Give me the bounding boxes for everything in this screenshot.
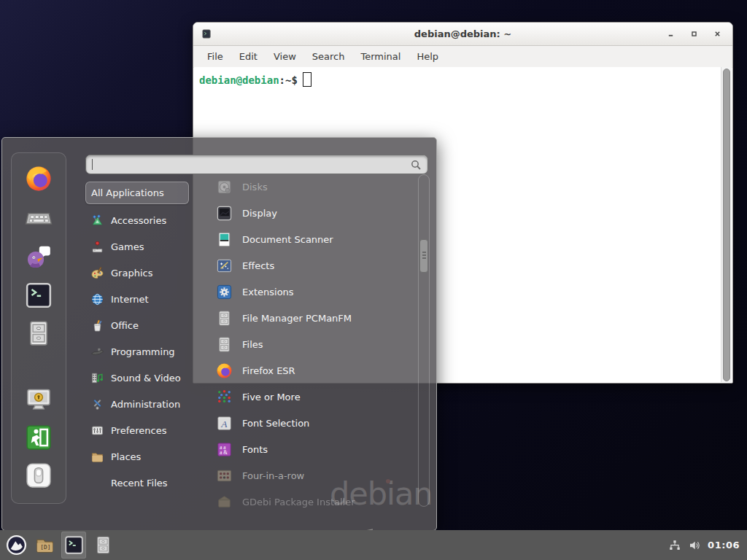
menu-search-box[interactable] xyxy=(85,155,428,174)
cabinet-icon xyxy=(216,336,233,353)
category-label: Graphics xyxy=(111,268,152,279)
category-office[interactable]: Office xyxy=(85,312,189,338)
app-label: Five or More xyxy=(242,392,301,402)
app-item-five-or-more[interactable]: Five or More xyxy=(193,384,417,410)
app-item-gdebi-package-installer[interactable]: GDebi Package Installer xyxy=(193,489,417,509)
pidgin-icon xyxy=(25,243,53,271)
desktop: { "desktop": { "watermark_text": "debian… xyxy=(0,0,747,560)
app-item-fonts[interactable]: a aa &Fonts xyxy=(193,436,417,462)
category-accessories[interactable]: Accessories xyxy=(85,207,189,233)
cat-preferences-icon xyxy=(90,424,104,438)
terminal-menu-file[interactable]: File xyxy=(199,51,231,62)
app-label: Font Selection xyxy=(242,418,309,429)
terminal-menu-terminal[interactable]: Terminal xyxy=(352,51,409,62)
search-icon xyxy=(410,159,422,171)
app-gdebi-icon xyxy=(216,494,233,510)
taskbar-launcher-file-manager[interactable]: [D] xyxy=(32,532,57,559)
app-label: Four-in-a-row xyxy=(242,470,304,481)
app-item-file-manager-pcmanfm[interactable]: File Manager PCManFM xyxy=(193,305,417,331)
terminal-menu-edit[interactable]: Edit xyxy=(231,51,266,62)
category-label: Games xyxy=(111,241,144,252)
app-item-document-scanner[interactable]: Document Scanner xyxy=(193,226,417,252)
category-label: Sound & Video xyxy=(111,373,181,384)
app-label: Files xyxy=(242,339,263,350)
terminal-window-icon xyxy=(202,29,212,39)
app-label: GDebi Package Installer xyxy=(242,497,355,508)
terminal-menu-search[interactable]: Search xyxy=(304,51,353,62)
app-item-four-in-a-row[interactable]: Four-in-a-row xyxy=(193,462,417,489)
keyboard-icon xyxy=(25,204,53,232)
category-games[interactable]: Games xyxy=(85,233,189,260)
favorite-lock-screen[interactable] xyxy=(25,386,53,413)
taskbar-menu-button[interactable] xyxy=(5,534,28,556)
lock-screen-icon xyxy=(25,386,53,413)
cat-places-icon xyxy=(90,450,104,464)
terminal-scrollbar-thumb[interactable] xyxy=(723,69,730,381)
volume-icon[interactable] xyxy=(688,539,701,552)
cat-games-icon xyxy=(90,240,104,254)
favorite-terminal[interactable] xyxy=(25,281,53,309)
close-button[interactable] xyxy=(711,28,724,40)
log-out-icon xyxy=(25,424,53,451)
favorite-shut-down[interactable] xyxy=(25,462,53,489)
cat-office-icon xyxy=(90,319,104,332)
network-icon[interactable] xyxy=(668,539,681,552)
taskbar-launcher-terminal[interactable] xyxy=(61,532,86,559)
maximize-button[interactable] xyxy=(688,28,700,40)
window-buttons xyxy=(665,23,724,45)
terminal-titlebar[interactable]: debian@debian: ~ xyxy=(193,23,732,46)
category-sound-video[interactable]: Sound & Video xyxy=(85,365,189,391)
minimize-button[interactable] xyxy=(665,28,677,40)
svg-text:[D]: [D] xyxy=(40,544,50,551)
prompt-suffix: :~$ xyxy=(279,74,298,86)
search-input[interactable] xyxy=(93,159,410,170)
app-item-font-selection[interactable]: AFont Selection xyxy=(193,410,417,436)
app-item-disks[interactable]: Disks xyxy=(193,174,417,200)
terminal-menubar: FileEditViewSearchTerminalHelp xyxy=(193,46,732,68)
favorite-file-manager[interactable] xyxy=(25,319,53,347)
category-graphics[interactable]: Graphics xyxy=(85,260,189,286)
favorite-firefox[interactable] xyxy=(25,165,53,192)
category-label: Programming xyxy=(111,346,175,357)
category-all-applications[interactable]: All Applications xyxy=(85,182,189,204)
application-list-scrollbar[interactable] xyxy=(418,174,430,507)
taskbar-launcher-files[interactable] xyxy=(90,532,115,559)
application-list-scrollbar-thumb[interactable] xyxy=(419,239,428,273)
app-item-effects[interactable]: Effects xyxy=(193,252,417,279)
terminal-app-icon xyxy=(25,281,53,309)
app-label: Document Scanner xyxy=(242,234,333,245)
category-administration[interactable]: Administration xyxy=(85,391,189,417)
app-five-or-more-icon xyxy=(216,389,233,405)
category-recent-files[interactable]: Recent Files xyxy=(85,470,189,496)
terminal-window-title: debian@debian: ~ xyxy=(414,28,511,39)
app-effects-icon xyxy=(216,257,233,274)
application-menu: All ApplicationsAccessoriesGamesGraphics… xyxy=(1,137,437,531)
category-list: All ApplicationsAccessoriesGamesGraphics… xyxy=(85,181,189,496)
app-fonts-icon: a aa & xyxy=(216,441,233,458)
terminal-menu-view[interactable]: View xyxy=(266,51,304,62)
category-programming[interactable]: Programming xyxy=(85,338,189,365)
cat-sound-video-icon xyxy=(90,371,104,385)
category-label: Preferences xyxy=(111,425,166,436)
favorite-pidgin[interactable] xyxy=(25,243,53,271)
app-item-files[interactable]: Files xyxy=(193,331,417,357)
category-label: All Applications xyxy=(91,187,164,198)
app-disks-icon xyxy=(216,179,233,195)
app-item-display[interactable]: Display xyxy=(193,200,417,226)
favorite-log-out[interactable] xyxy=(25,424,53,451)
favorite-keyboard[interactable] xyxy=(25,204,53,232)
cat-internet-icon xyxy=(90,292,104,306)
taskbar-clock: 01:06 xyxy=(708,540,740,551)
svg-text:A: A xyxy=(220,418,228,429)
app-four-in-a-row-icon xyxy=(216,467,233,484)
app-item-extensions[interactable]: Extensions xyxy=(193,279,417,305)
favorites-panel xyxy=(11,152,66,504)
terminal-scrollbar[interactable] xyxy=(721,67,732,382)
app-label: Extensions xyxy=(242,287,294,298)
category-places[interactable]: Places xyxy=(85,443,189,470)
app-item-firefox-esr[interactable]: Firefox ESR xyxy=(193,357,417,384)
terminal-menu-help[interactable]: Help xyxy=(409,51,446,62)
cabinet-icon xyxy=(25,319,53,347)
category-internet[interactable]: Internet xyxy=(85,286,189,312)
category-preferences[interactable]: Preferences xyxy=(85,417,189,443)
